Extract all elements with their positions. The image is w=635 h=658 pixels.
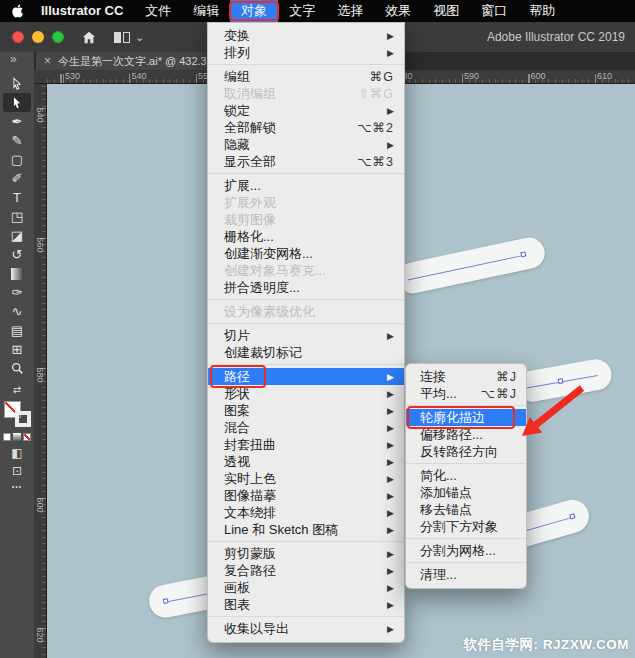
- menu-item-剪切蒙版[interactable]: 剪切蒙版▶: [208, 545, 404, 562]
- direct-selection-tool[interactable]: [3, 93, 31, 112]
- menubar-item-选择[interactable]: 选择: [326, 0, 374, 22]
- menu-item-显示全部[interactable]: 显示全部⌥⌘3: [208, 153, 404, 170]
- menu-item-分割下方对象[interactable]: 分割下方对象: [406, 518, 526, 535]
- more-tools-icon[interactable]: •••: [12, 483, 22, 490]
- eyedropper-tool[interactable]: ✑: [3, 283, 31, 302]
- zoom-tool[interactable]: [3, 359, 31, 378]
- menu-item-拼合透明度...[interactable]: 拼合透明度...: [208, 279, 404, 296]
- anchor-point[interactable]: [520, 251, 526, 257]
- menu-item-创建裁切标记[interactable]: 创建裁切标记: [208, 344, 404, 361]
- menu-separator: [406, 562, 526, 563]
- menu-item-隐藏[interactable]: 隐藏▶: [208, 136, 404, 153]
- menu-item-Line 和 Sketch 图稿[interactable]: Line 和 Sketch 图稿▶: [208, 521, 404, 538]
- menu-item-实时上色[interactable]: 实时上色▶: [208, 470, 404, 487]
- menu-item-移去锚点[interactable]: 移去锚点: [406, 501, 526, 518]
- menu-item-图案[interactable]: 图案▶: [208, 402, 404, 419]
- menubar-item-编辑[interactable]: 编辑: [182, 0, 230, 22]
- home-icon[interactable]: [82, 31, 96, 44]
- menubar-item-对象[interactable]: 对象: [230, 0, 278, 22]
- menubar-item-效果[interactable]: 效果: [374, 0, 422, 22]
- curvature-tool[interactable]: ✎: [3, 131, 31, 150]
- gradient-button[interactable]: [13, 433, 21, 441]
- object-menu-dropdown: 变换▶排列▶编组⌘G取消编组⇧⌘G锁定▶全部解锁⌥⌘2隐藏▶显示全部⌥⌘3扩展.…: [207, 22, 405, 643]
- menu-item-变换[interactable]: 变换▶: [208, 27, 404, 44]
- menu-item-清理...[interactable]: 清理...: [406, 566, 526, 583]
- menu-separator: [208, 364, 404, 365]
- menubar-item-视图[interactable]: 视图: [422, 0, 470, 22]
- menu-item-切片[interactable]: 切片▶: [208, 327, 404, 344]
- menu-item-形状[interactable]: 形状▶: [208, 385, 404, 402]
- workspace-switcher[interactable]: ⌄: [114, 32, 144, 43]
- menu-item-label: 锁定: [224, 102, 250, 120]
- rectangle-tool-glyph: ▢: [11, 153, 23, 166]
- menu-item-偏移路径...[interactable]: 偏移路径...: [406, 426, 526, 443]
- eraser-tool[interactable]: ◪: [3, 226, 31, 245]
- close-window-button[interactable]: [12, 31, 24, 43]
- menu-separator: [208, 541, 404, 542]
- artboard-tool[interactable]: ⊞: [3, 340, 31, 359]
- color-button[interactable]: [3, 433, 11, 441]
- menu-item-封套扭曲[interactable]: 封套扭曲▶: [208, 436, 404, 453]
- menu-item-锁定[interactable]: 锁定▶: [208, 102, 404, 119]
- menu-item-添加锚点[interactable]: 添加锚点: [406, 484, 526, 501]
- menu-item-反转路径方向[interactable]: 反转路径方向: [406, 443, 526, 460]
- document-tab[interactable]: × 今生是第一次文字.ai* @ 432.35% (RG: [36, 52, 214, 70]
- none-button[interactable]: [23, 433, 31, 441]
- drawing-mode-icon[interactable]: ◧: [11, 447, 22, 459]
- menu-item-路径[interactable]: 路径▶: [208, 368, 404, 385]
- menu-item-编组[interactable]: 编组⌘G: [208, 68, 404, 85]
- menu-item-排列[interactable]: 排列▶: [208, 44, 404, 61]
- menu-item-扩展...[interactable]: 扩展...: [208, 177, 404, 194]
- menu-item-连接[interactable]: 连接⌘J: [406, 368, 526, 385]
- menu-item-简化...[interactable]: 简化...: [406, 467, 526, 484]
- panel-collapse-icon[interactable]: »: [0, 52, 17, 68]
- symbol-tool[interactable]: ▤: [3, 321, 31, 340]
- screen-mode-icon[interactable]: ⊡: [12, 465, 22, 477]
- gradient-tool[interactable]: [3, 264, 31, 283]
- pen-tool-glyph: ✒: [12, 115, 23, 128]
- menu-item-文本绕排[interactable]: 文本绕排▶: [208, 504, 404, 521]
- menu-item-分割为网格...[interactable]: 分割为网格...: [406, 542, 526, 559]
- menu-item-平均...[interactable]: 平均...⌥⌘J: [406, 385, 526, 402]
- menu-item-全部解锁[interactable]: 全部解锁⌥⌘2: [208, 119, 404, 136]
- menu-item-透视[interactable]: 透视▶: [208, 453, 404, 470]
- menu-item-收集以导出[interactable]: 收集以导出▶: [208, 620, 404, 637]
- rectangle-tool[interactable]: ▢: [3, 150, 31, 169]
- selection-tool[interactable]: [3, 74, 31, 93]
- anchor-point[interactable]: [569, 513, 575, 519]
- shaper-tool[interactable]: ∿: [3, 302, 31, 321]
- menu-item-栅格化...[interactable]: 栅格化...: [208, 228, 404, 245]
- menubar-item-帮助[interactable]: 帮助: [518, 0, 566, 22]
- menu-item-图像描摹[interactable]: 图像描摹▶: [208, 487, 404, 504]
- close-tab-icon[interactable]: ×: [44, 55, 51, 67]
- menu-item-画板[interactable]: 画板▶: [208, 579, 404, 596]
- menu-item-创建渐变网格...[interactable]: 创建渐变网格...: [208, 245, 404, 262]
- menubar-item-文件[interactable]: 文件: [134, 0, 182, 22]
- apple-icon[interactable]: [12, 4, 24, 18]
- free-transform-tool[interactable]: ◳: [3, 207, 31, 226]
- menubar-item-窗口[interactable]: 窗口: [470, 0, 518, 22]
- rounded-stroke-shape[interactable]: [394, 235, 547, 297]
- menu-item-图表[interactable]: 图表▶: [208, 596, 404, 613]
- anchor-point[interactable]: [163, 598, 169, 604]
- menu-item-轮廓化描边[interactable]: 轮廓化描边: [406, 409, 526, 426]
- menubar-item-app-title[interactable]: Illustrator CC: [30, 0, 134, 22]
- menubar-item-文字[interactable]: 文字: [278, 0, 326, 22]
- menu-separator: [406, 405, 526, 406]
- stroke-swatch[interactable]: [15, 411, 31, 427]
- paintbrush-tool[interactable]: ✐: [3, 169, 31, 188]
- submenu-arrow-icon: ▶: [387, 140, 394, 150]
- menu-item-label: 变换: [224, 27, 250, 45]
- rotate-tool[interactable]: ↺: [3, 245, 31, 264]
- anchor-point[interactable]: [558, 378, 564, 384]
- minimize-window-button[interactable]: [32, 31, 44, 43]
- pen-tool[interactable]: ✒: [3, 112, 31, 131]
- fill-stroke-indicator[interactable]: [4, 401, 31, 427]
- rounded-stroke-shape[interactable]: [514, 357, 614, 404]
- type-tool[interactable]: T: [3, 188, 31, 207]
- menu-item-混合[interactable]: 混合▶: [208, 419, 404, 436]
- zoom-window-button[interactable]: [52, 31, 64, 43]
- swap-fill-stroke-icon[interactable]: ⇄: [13, 385, 21, 395]
- ruler-number: 620: [35, 624, 45, 646]
- menu-item-复合路径[interactable]: 复合路径▶: [208, 562, 404, 579]
